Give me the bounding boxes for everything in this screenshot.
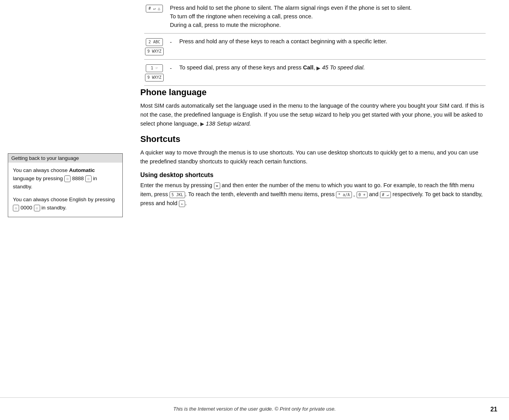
hash-key-icon: # ↵ △: [146, 5, 163, 12]
nav-arrow-2: ▶: [200, 120, 204, 128]
key-row-3-text: To speed dial, press any of these keys a…: [179, 64, 486, 72]
9wxyz-key-icon-3: 9 WXYZ: [145, 74, 164, 82]
footer: This is the Internet version of the user…: [0, 397, 509, 420]
9wxyz-key-icon-2: 9 WXYZ: [145, 48, 164, 55]
phone-language-section: Phone language Most SIM cards automatica…: [140, 87, 486, 129]
key-row-1-text: Press and hold to set the phone to silen…: [170, 4, 486, 29]
star-a-key-icon: * a/A: [336, 191, 352, 198]
phone-language-heading: Phone language: [140, 87, 486, 97]
1-key-icon: 1 ☞: [146, 64, 163, 72]
0plus-key-icon: 0 +: [357, 191, 368, 198]
5jkl-key-icon: 5 JKL: [170, 191, 185, 198]
row-3-dash: -: [170, 64, 174, 71]
desktop-shortcuts-subheading: Using desktop shortcuts: [140, 172, 486, 179]
automatic-bold: Automatic: [69, 167, 95, 173]
nav-arrow-1: ▶: [316, 64, 320, 72]
desktop-shortcuts-body: Enter the menus by pressing ≡ and then e…: [140, 181, 486, 208]
menu-btn-icon-1: ☉: [64, 175, 71, 182]
key-row-1: # ↵ △ Press and hold to set the phone to…: [144, 4, 486, 34]
end-btn-icon-1: ☉: [85, 175, 92, 182]
menu-key-icon: ≡: [214, 183, 220, 189]
top-key-rows: # ↵ △ Press and hold to set the phone to…: [133, 0, 497, 90]
shortcuts-body: A quicker way to move through the menus …: [140, 148, 486, 166]
key-icons-col-2: 2 ABC 9 WXYZ: [144, 37, 164, 55]
key-icons-col-1: # ↵ △: [144, 4, 164, 12]
main-content: Phone language Most SIM cards automatica…: [133, 82, 497, 397]
call-bold: Call: [303, 64, 314, 71]
speed-dial-ref: 45 To speed dial.: [322, 64, 365, 71]
row-2-dash: -: [170, 37, 174, 45]
2abc-key-icon: 2 ABC: [146, 38, 163, 46]
shortcuts-heading: Shortcuts: [140, 134, 486, 144]
sidebar-paragraph-2: You can always choose English by pressin…: [13, 196, 118, 212]
sidebar-title: Getting back to your language: [8, 154, 122, 163]
menu-btn-icon-2: ☉: [13, 205, 19, 211]
key-row-2: 2 ABC 9 WXYZ - Press and hold any of the…: [144, 34, 486, 60]
back-key-icon: ←: [179, 200, 185, 207]
hash-return-key-icon: # ↵: [380, 191, 391, 198]
key-icons-col-3: 1 ☞ 9 WXYZ: [144, 64, 164, 82]
phone-language-body: Most SIM cards automatically set the lan…: [140, 101, 486, 129]
sidebar-paragraph-1: You can always choose Automatic language…: [13, 167, 118, 191]
footer-text: This is the Internet version of the user…: [173, 406, 336, 412]
setup-wizard-ref: 138 Setup wizard.: [206, 121, 251, 127]
page-number: 21: [490, 406, 497, 413]
shortcuts-section: Shortcuts A quicker way to move through …: [140, 134, 486, 208]
key-row-2-text: Press and hold any of these keys to reac…: [179, 37, 486, 46]
page: # ↵ △ Press and hold to set the phone to…: [0, 0, 509, 420]
end-btn-icon-2: ☉: [34, 205, 40, 211]
sidebar-box: Getting back to your language You can al…: [8, 153, 123, 217]
left-sidebar: Getting back to your language You can al…: [8, 153, 123, 217]
